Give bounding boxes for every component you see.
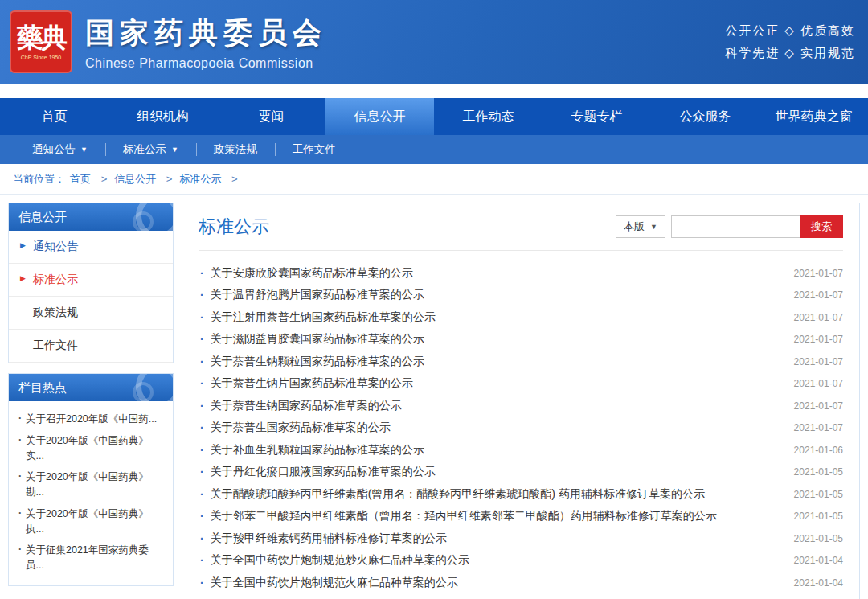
bullet-icon: · — [200, 333, 204, 346]
site-header: 藥典 ChP Since 1950 国家药典委员会 Chinese Pharma… — [0, 0, 868, 84]
nav-item[interactable]: 工作动态 — [434, 98, 542, 135]
search-scope-select[interactable]: 本版 ▼ — [616, 215, 665, 238]
breadcrumb-item: 信息公开 > — [114, 172, 179, 187]
nav-item-label: 世界药典之窗 — [776, 109, 853, 125]
article-link[interactable]: 关于丹红化瘀口服液国家药品标准草案的公示 — [211, 465, 784, 479]
nav-item[interactable]: 信息公开 — [326, 98, 434, 135]
sidebar-info-list: ▶ 通知公告 ▶ 标准公示 ▶ 政策法规 ▶ 工作文件 — [9, 231, 173, 363]
subnav-item[interactable]: 政策法规 ▼ — [196, 135, 275, 164]
nav-item-label: 要闻 — [259, 109, 285, 125]
bullet-icon: · — [200, 576, 204, 589]
list-item: · 关于补血生乳颗粒国家药品标准草案的公示 2021-01-06 — [199, 439, 843, 462]
article-link[interactable]: 关于萘普生钠颗粒国家药品标准草案的公示 — [211, 355, 784, 369]
article-date: 2021-01-05 — [794, 489, 843, 500]
breadcrumb-item: 首页 > — [70, 172, 114, 187]
article-link[interactable]: 关于温胃舒泡腾片国家药品标准草案的公示 — [211, 288, 784, 302]
sidebar-hot-header: 栏目热点 — [9, 374, 173, 401]
hot-topic-item[interactable]: · 关于2020年版《中国药典》实... — [15, 430, 166, 467]
article-date: 2021-01-06 — [794, 445, 843, 456]
article-link[interactable]: 关于全国中药饮片炮制规范炒火麻仁品种草案的公示 — [211, 553, 784, 568]
hot-topic-item[interactable]: · 关于2020年版《中国药典》勘... — [15, 466, 166, 503]
hot-topic-label: 关于2020年版《中国药典》勘... — [26, 471, 149, 498]
list-item: · 关于萘普生钠片国家药品标准草案的公示 2021-01-07 — [199, 373, 843, 396]
sidebar: 信息公开 ▶ 通知公告 ▶ 标准公示 ▶ 政策法规 ▶ 工作文件 — [8, 203, 174, 596]
bullet-icon: · — [18, 542, 22, 557]
page-title: 标准公示 — [199, 215, 269, 239]
search-button[interactable]: 搜索 — [800, 215, 843, 238]
header-gap — [0, 84, 868, 98]
breadcrumb-separator: > — [231, 173, 238, 185]
nav-item[interactable]: 专题专栏 — [542, 98, 651, 135]
list-item: · 关于注射用萘普生钠国家药品标准草案的公示 2021-01-07 — [199, 306, 843, 329]
chevron-down-icon: ▼ — [171, 146, 178, 154]
bullet-icon: · — [18, 469, 22, 484]
article-link[interactable]: 关于滋阴益胃胶囊国家药品标准草案的公示 — [211, 332, 784, 347]
article-link[interactable]: 关于安康欣胶囊国家药品标准草案的公示 — [211, 266, 784, 281]
main-panel: 标准公示 本版 ▼ 搜索 · 关于安康欣胶囊国家药品标准草案的公示 2021-0… — [182, 203, 860, 599]
search-scope-value: 本版 — [624, 219, 645, 234]
breadcrumb-item: 标准公示 > — [179, 172, 244, 187]
hot-topic-label: 关于召开2020年版《中国药... — [26, 413, 157, 425]
article-link[interactable]: 关于邻苯二甲酸羟丙甲纤维素酯（曾用名：羟丙甲纤维素邻苯二甲酸酯）药用辅料标准修订… — [211, 509, 784, 523]
breadcrumb-link[interactable]: 首页 — [70, 173, 91, 185]
sidebar-item-label: 政策法规 — [33, 306, 78, 318]
nav-item[interactable]: 世界药典之窗 — [760, 98, 868, 135]
bullet-icon: · — [200, 510, 204, 523]
breadcrumb-link[interactable]: 标准公示 — [179, 173, 221, 185]
article-link[interactable]: 关于醋酸琥珀酸羟丙甲纤维素酯(曾用名：醋酸羟丙甲纤维素琥珀酸酯) 药用辅料标准修… — [211, 487, 784, 502]
article-link[interactable]: 关于羧甲纤维素钙药用辅料标准修订草案的公示 — [211, 531, 784, 546]
subnav-item[interactable]: 通知公告 ▼ — [14, 135, 105, 164]
hot-topic-item[interactable]: · 关于召开2020年版《中国药... — [15, 408, 166, 430]
sidebar-info-item[interactable]: ▶ 标准公示 — [9, 264, 173, 297]
nav-item-label: 公众服务 — [680, 109, 731, 125]
bullet-icon: · — [200, 532, 204, 545]
hot-topic-item[interactable]: · 关于征集2021年国家药典委员... — [15, 540, 166, 576]
nav-item[interactable]: 组织机构 — [108, 98, 217, 135]
article-link[interactable]: 关于萘普生国家药品标准草案的公示 — [211, 421, 784, 435]
subnav-item-label: 标准公示 — [123, 142, 166, 157]
sub-nav: 通知公告 ▼ 标准公示 ▼ 政策法规 ▼ 工作文件 ▼ — [0, 135, 868, 164]
subnav-item-label: 通知公告 — [32, 142, 76, 157]
sidebar-info-item[interactable]: ▶ 工作文件 — [9, 330, 173, 363]
subnav-item[interactable]: 工作文件 ▼ — [275, 135, 354, 164]
nav-item-label: 组织机构 — [137, 109, 189, 125]
article-link[interactable]: 关于全国中药饮片炮制规范火麻仁品种草案的公示 — [211, 576, 784, 590]
list-item: · 关于全国中药饮片炮制规范火麻仁品种草案的公示 2021-01-04 — [199, 572, 843, 594]
breadcrumb-separator: > — [166, 173, 173, 185]
bullet-icon: · — [18, 506, 22, 521]
article-link[interactable]: 关于补血生乳颗粒国家药品标准草案的公示 — [211, 443, 784, 457]
chevron-down-icon: ▼ — [80, 146, 88, 154]
bullet-icon: · — [200, 377, 204, 390]
hot-topic-label: 关于征集2021年国家药典委员... — [26, 544, 149, 571]
search-input[interactable] — [671, 215, 800, 238]
article-date: 2021-01-07 — [794, 289, 843, 301]
subnav-item-label: 政策法规 — [214, 142, 257, 157]
list-item: · 关于全国中药饮片炮制规范炒火麻仁品种草案的公示 2021-01-04 — [199, 550, 843, 572]
nav-item[interactable]: 首页 — [0, 98, 108, 135]
list-item: · 关于安康欣胶囊国家药品标准草案的公示 2021-01-07 — [199, 262, 843, 285]
site-titles: 国家药典委员会 Chinese Pharmacopoeia Commission — [85, 14, 327, 71]
hot-topic-item[interactable]: · 关于2020年版《中国药典》执... — [15, 503, 166, 540]
subnav-item[interactable]: 标准公示 ▼ — [105, 135, 196, 164]
nav-item-label: 首页 — [42, 109, 68, 125]
search-bar: 本版 ▼ 搜索 — [616, 215, 843, 238]
sidebar-info-item[interactable]: ▶ 政策法规 — [9, 297, 173, 330]
article-date: 2021-01-05 — [794, 466, 843, 478]
article-link[interactable]: 关于萘普生钠片国家药品标准草案的公示 — [211, 376, 784, 391]
bullet-icon: · — [18, 433, 22, 448]
slogan-line-2: 科学先进 ◇ 实用规范 — [725, 42, 855, 65]
article-link[interactable]: 关于注射用萘普生钠国家药品标准草案的公示 — [211, 310, 784, 325]
chevron-down-icon: ▼ — [650, 223, 657, 231]
article-link[interactable]: 关于萘普生钠国家药品标准草案的公示 — [211, 399, 784, 413]
breadcrumb-link[interactable]: 信息公开 — [114, 173, 156, 185]
sidebar-info-item[interactable]: ▶ 通知公告 — [9, 231, 173, 264]
bullet-icon: · — [200, 444, 204, 457]
nav-item[interactable]: 公众服务 — [651, 98, 760, 135]
article-date: 2021-01-07 — [794, 356, 843, 367]
bullet-icon: · — [200, 267, 204, 280]
nav-item[interactable]: 要闻 — [217, 98, 326, 135]
article-date: 2021-01-05 — [794, 533, 843, 544]
chp-logo[interactable]: 藥典 ChP Since 1950 — [10, 10, 72, 73]
list-item: · 关于萘普生钠颗粒国家药品标准草案的公示 2021-01-07 — [199, 351, 843, 373]
article-date: 2021-01-07 — [794, 378, 843, 389]
